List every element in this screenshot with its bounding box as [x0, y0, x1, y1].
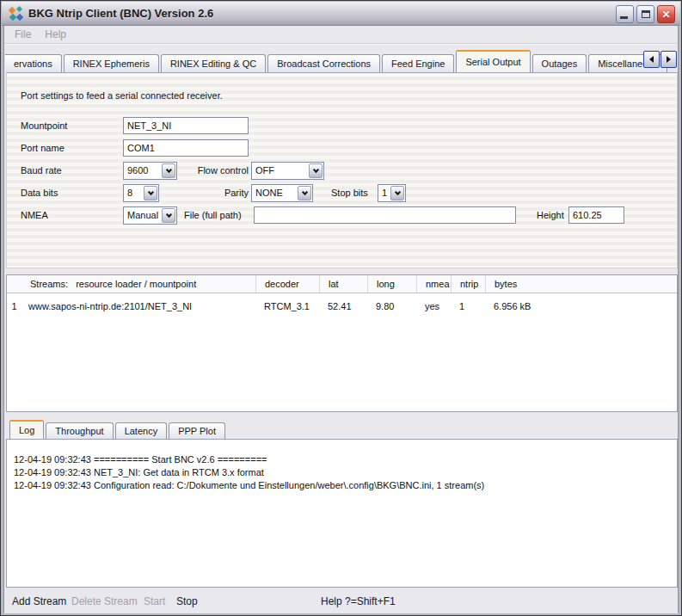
- chevron-down-icon[interactable]: [144, 186, 157, 200]
- cell-long: 9.80: [367, 301, 416, 311]
- baud-rate-value: 9600: [127, 165, 148, 176]
- file-path-input[interactable]: [254, 206, 516, 224]
- cell-ntrip: 1: [451, 301, 485, 311]
- column-header-bytes: bytes: [485, 275, 670, 293]
- column-header-streams: Streams: resource loader / mountpoint: [22, 275, 255, 293]
- baud-rate-label: Baud rate: [21, 165, 62, 176]
- tab-broadcast-corrections[interactable]: Broadcast Corrections: [267, 54, 380, 72]
- tab-throughput[interactable]: Throughput: [46, 422, 113, 439]
- add-stream-button[interactable]: Add Stream: [12, 595, 66, 607]
- stop-button[interactable]: Stop: [176, 595, 198, 607]
- nmea-value: Manual: [127, 210, 158, 220]
- app-window: BKG Ntrip Client (BNC) Version 2.6 ✕ Fil…: [0, 0, 682, 616]
- cell-bytes: 6.956 kB: [485, 301, 670, 311]
- menu-help[interactable]: Help: [38, 28, 73, 40]
- file-path-label: File (full path): [184, 210, 242, 220]
- delete-stream-button: Delete Stream: [71, 595, 138, 607]
- minimize-icon: [620, 16, 628, 19]
- log-line: 12-04-19 09:32:43 NET_3_NI: Get data in …: [14, 466, 670, 479]
- menu-file[interactable]: File: [8, 28, 38, 40]
- nmea-select[interactable]: Manual: [123, 206, 177, 225]
- stop-bits-value: 1: [382, 188, 387, 198]
- row-number-corner: [7, 275, 22, 293]
- tab-outages[interactable]: Outages: [532, 54, 587, 72]
- cell-lat: 52.41: [319, 301, 367, 311]
- menu-bar: File Help: [4, 26, 678, 44]
- tab-rinex-ephemeris[interactable]: RINEX Ephemeris: [64, 54, 159, 72]
- maximize-icon: [642, 10, 650, 18]
- serial-output-panel: Port settings to feed a serial connected…: [6, 72, 678, 268]
- stop-bits-select[interactable]: 1: [378, 184, 406, 202]
- maximize-button[interactable]: [636, 5, 654, 23]
- tab-serial-output[interactable]: Serial Output: [456, 50, 530, 72]
- bottom-button-bar: Add Stream Delete Stream Start Stop Help…: [4, 591, 678, 613]
- nmea-label: NMEA: [21, 210, 48, 220]
- title-bar[interactable]: BKG Ntrip Client (BNC) Version 2.6 ✕: [2, 2, 680, 26]
- streams-table: Streams: resource loader / mountpoint de…: [6, 274, 678, 412]
- port-name-label: Port name: [21, 143, 65, 153]
- stop-bits-label: Stop bits: [331, 188, 368, 198]
- flow-control-label: Flow control: [192, 165, 249, 176]
- chevron-down-icon[interactable]: [309, 163, 323, 178]
- log-output[interactable]: 12-04-19 09:32:43 ========== Start BNC v…: [6, 439, 678, 588]
- tab-log[interactable]: Log: [9, 420, 44, 439]
- log-line: 12-04-19 09:32:43 Configuration read: C:…: [14, 479, 670, 492]
- log-tab-bar: Log Throughput Latency PPP Plot: [6, 420, 676, 439]
- flow-control-value: OFF: [255, 165, 274, 176]
- height-label: Height: [537, 210, 564, 220]
- cell-nmea: yes: [416, 301, 451, 311]
- cell-decoder: RTCM_3.1: [255, 301, 319, 311]
- help-shortcut-label: Help ?=Shift+F1: [321, 595, 396, 607]
- tab-observations-clipped[interactable]: ervations: [5, 54, 62, 72]
- column-header-decoder: decoder: [255, 275, 319, 293]
- table-row[interactable]: 1 www.sapos-ni-ntrip.de:2101/NET_3_NI RT…: [7, 298, 677, 315]
- column-header-ntrip: ntrip: [451, 275, 485, 293]
- streams-table-header: Streams: resource loader / mountpoint de…: [7, 275, 677, 293]
- column-header-nmea: nmea: [416, 275, 451, 293]
- start-button: Start: [144, 595, 165, 607]
- chevron-down-icon[interactable]: [162, 163, 175, 178]
- log-line: 12-04-19 09:32:43 ========== Start BNC v…: [14, 453, 670, 466]
- baud-rate-select[interactable]: 9600: [123, 162, 177, 180]
- arrow-left-icon: [649, 56, 654, 63]
- row-number: 1: [7, 301, 22, 311]
- mountpoint-input[interactable]: [123, 117, 249, 134]
- tab-feed-engine[interactable]: Feed Engine: [382, 54, 454, 72]
- port-name-input[interactable]: [123, 139, 249, 157]
- flow-control-select[interactable]: OFF: [251, 162, 324, 180]
- data-bits-label: Data bits: [21, 188, 58, 198]
- data-bits-value: 8: [127, 188, 132, 198]
- tab-scroll-left-button[interactable]: [643, 51, 660, 68]
- height-input[interactable]: [568, 206, 624, 224]
- app-logo-icon: [8, 6, 23, 22]
- parity-select[interactable]: NONE: [251, 184, 313, 202]
- panel-description: Port settings to feed a serial connected…: [21, 90, 223, 101]
- column-header-long: long: [367, 275, 416, 293]
- parity-label: Parity: [192, 188, 249, 198]
- mountpoint-label: Mountpoint: [21, 120, 67, 131]
- chevron-down-icon[interactable]: [390, 186, 404, 200]
- minimize-button[interactable]: [616, 5, 634, 23]
- tab-scroll-right-button[interactable]: [660, 51, 677, 68]
- tab-ppp-plot[interactable]: PPP Plot: [169, 422, 225, 439]
- arrow-right-icon: [667, 56, 671, 63]
- main-tab-bar: ervations RINEX Ephemeris RINEX Editing …: [5, 50, 677, 72]
- column-header-lat: lat: [319, 275, 367, 293]
- parity-value: NONE: [255, 188, 283, 198]
- window-title: BKG Ntrip Client (BNC) Version 2.6: [28, 7, 213, 20]
- tab-latency[interactable]: Latency: [115, 422, 168, 439]
- close-button[interactable]: ✕: [657, 5, 675, 23]
- cell-stream-url: www.sapos-ni-ntrip.de:2101/NET_3_NI: [22, 301, 255, 311]
- close-icon: ✕: [661, 9, 670, 20]
- chevron-down-icon[interactable]: [162, 208, 175, 223]
- chevron-down-icon[interactable]: [298, 186, 311, 200]
- tab-rinex-editing-qc[interactable]: RINEX Editing & QC: [161, 54, 266, 72]
- data-bits-select[interactable]: 8: [123, 184, 159, 202]
